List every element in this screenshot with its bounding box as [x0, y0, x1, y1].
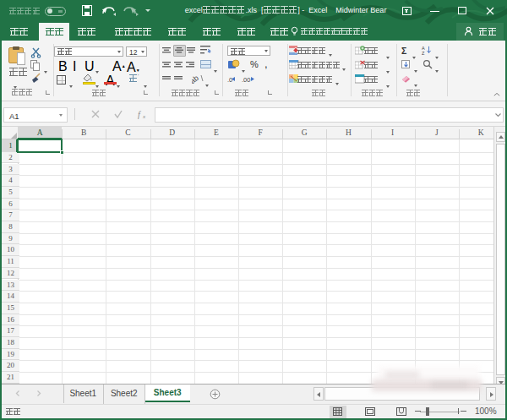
svg-text:x: x: [142, 113, 146, 119]
svg-text:ab: ab: [192, 74, 200, 84]
svg-text:Z: Z: [422, 51, 425, 55]
svg-text:.00: .00: [242, 76, 250, 84]
svg-text:.0: .0: [227, 76, 232, 84]
svg-text:f: f: [138, 110, 141, 119]
